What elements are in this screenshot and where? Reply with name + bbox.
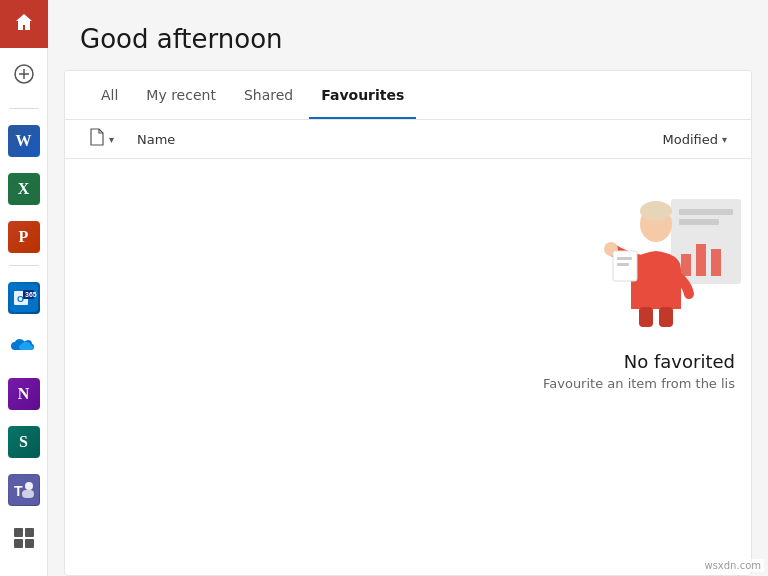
empty-illustration <box>551 179 751 339</box>
name-column-header: Name <box>137 132 627 147</box>
watermark: wsxdn.com <box>701 559 764 572</box>
svg-rect-13 <box>25 528 34 537</box>
main-content: Good afternoon All My recent Shared Favo… <box>48 0 768 576</box>
empty-subtitle: Favourite an item from the lis <box>543 376 735 391</box>
sidebar-item-powerpoint[interactable]: P <box>0 215 48 259</box>
modified-column-header[interactable]: Modified ▾ <box>627 132 727 147</box>
all-apps-icon <box>12 526 36 550</box>
sidebar-divider-2 <box>9 265 39 266</box>
sidebar-item-sharepoint[interactable]: S <box>0 420 48 464</box>
file-type-chevron-icon: ▾ <box>109 134 114 145</box>
powerpoint-icon: P <box>8 221 40 253</box>
svg-rect-28 <box>617 257 632 260</box>
page-header: Good afternoon <box>48 0 768 70</box>
sidebar-item-outlook[interactable]: O 365 <box>0 276 48 320</box>
svg-rect-20 <box>696 244 706 276</box>
tabs-bar: All My recent Shared Favourites <box>65 71 751 120</box>
svg-rect-21 <box>711 249 721 276</box>
tab-shared[interactable]: Shared <box>232 71 305 119</box>
svg-rect-18 <box>679 219 719 225</box>
plus-icon <box>13 63 35 85</box>
svg-rect-29 <box>617 263 629 266</box>
svg-rect-11 <box>22 490 34 498</box>
modified-chevron-icon: ▾ <box>722 134 727 145</box>
home-icon <box>14 12 34 37</box>
svg-point-10 <box>25 482 33 490</box>
svg-rect-12 <box>14 528 23 537</box>
sharepoint-icon: S <box>8 426 40 458</box>
sidebar-home-button[interactable] <box>0 0 48 48</box>
empty-state: No favorited Favourite an item from the … <box>65 159 751 391</box>
table-header: ▾ Name Modified ▾ <box>65 120 751 159</box>
tab-all[interactable]: All <box>89 71 130 119</box>
svg-text:O: O <box>17 294 24 304</box>
svg-rect-17 <box>679 209 733 215</box>
tab-favourites[interactable]: Favourites <box>309 71 416 119</box>
onenote-icon: N <box>8 378 40 410</box>
sidebar-item-onedrive[interactable] <box>0 324 48 368</box>
svg-rect-25 <box>639 307 653 327</box>
word-icon: W <box>8 125 40 157</box>
empty-title: No favorited <box>543 351 735 372</box>
svg-text:T: T <box>14 483 23 499</box>
svg-rect-14 <box>14 539 23 548</box>
content-area: All My recent Shared Favourites ▾ Name M… <box>64 70 752 576</box>
onedrive-icon <box>9 336 39 356</box>
outlook-icon: O 365 <box>8 282 40 314</box>
svg-rect-15 <box>25 539 34 548</box>
empty-text-block: No favorited Favourite an item from the … <box>543 351 751 391</box>
sidebar: W X P O 365 <box>0 0 48 576</box>
sidebar-item-excel[interactable]: X <box>0 167 48 211</box>
svg-rect-26 <box>659 307 673 327</box>
add-app-button[interactable] <box>0 52 48 96</box>
sidebar-item-onenote[interactable]: N <box>0 372 48 416</box>
svg-point-23 <box>640 201 672 221</box>
excel-icon: X <box>8 173 40 205</box>
sidebar-item-all-apps[interactable] <box>0 516 48 560</box>
sidebar-divider <box>9 108 39 109</box>
svg-text:365: 365 <box>25 291 37 298</box>
sidebar-item-teams[interactable]: T <box>0 468 48 512</box>
svg-rect-19 <box>681 254 691 276</box>
teams-icon: T <box>8 474 40 506</box>
tab-my-recent[interactable]: My recent <box>134 71 228 119</box>
file-icon <box>89 128 105 150</box>
page-title: Good afternoon <box>80 24 736 54</box>
file-type-column-header[interactable]: ▾ <box>89 128 137 150</box>
sidebar-item-word[interactable]: W <box>0 119 48 163</box>
